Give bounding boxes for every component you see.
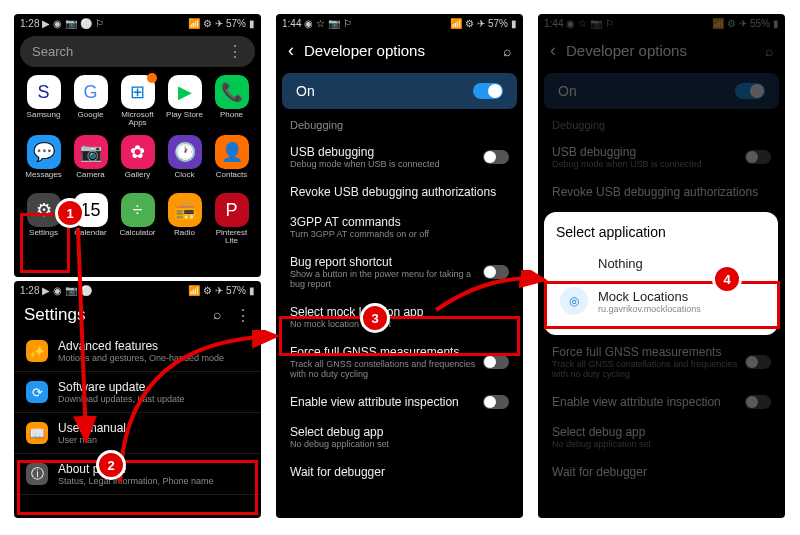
- modal-option-label: Nothing: [598, 256, 643, 271]
- app-label: Pinterest Lite: [210, 229, 253, 245]
- annotation-badge-4: 4: [712, 264, 742, 294]
- toggle[interactable]: [745, 355, 771, 369]
- on-label: On: [558, 83, 577, 99]
- toggle[interactable]: [483, 150, 509, 164]
- dev-item-title: Enable view attribute inspection: [290, 395, 483, 409]
- app-camera[interactable]: 📷Camera: [69, 135, 112, 179]
- back-icon[interactable]: ‹: [550, 40, 556, 61]
- settings-item-advanced-features[interactable]: ✨Advanced featuresMotions and gestures, …: [14, 331, 261, 372]
- status-bar: 1:44◉ ☆ 📷 ⚐ 📶 ⚙ ✈ 57%▮: [276, 14, 523, 32]
- app-phone[interactable]: 📞Phone: [210, 75, 253, 127]
- dev-item-bug-report-shortcut[interactable]: Bug report shortcutShow a button in the …: [276, 247, 523, 297]
- toggle-on[interactable]: [735, 83, 765, 99]
- app-contacts[interactable]: 👤Contacts: [210, 135, 253, 179]
- app-icon: ⊞: [121, 75, 155, 109]
- app-icon: ✿: [121, 135, 155, 169]
- more-icon[interactable]: ⋮: [227, 42, 243, 61]
- settings-item-sub: Motions and gestures, One-handed mode: [58, 353, 224, 363]
- developer-on-toggle-row[interactable]: On: [282, 73, 517, 109]
- settings-item-about-phone[interactable]: ⓘAbout phoneStatus, Legal information, P…: [14, 454, 261, 495]
- app-label: Phone: [220, 111, 243, 119]
- app-label: Clock: [174, 171, 194, 179]
- toggle[interactable]: [483, 395, 509, 409]
- app-icon: 📻: [168, 193, 202, 227]
- dev-item-enable-view-attribute-inspection[interactable]: Enable view attribute inspection: [538, 387, 785, 417]
- status-time: 1:28: [20, 285, 39, 296]
- toggle[interactable]: [745, 150, 771, 164]
- debugging-section-label: Debugging: [538, 113, 785, 137]
- search-icon[interactable]: ⌕: [765, 43, 773, 59]
- dev-item-title: Wait for debugger: [290, 465, 509, 479]
- status-icons-right: 📶 ⚙ ✈: [188, 285, 223, 296]
- dev-item-select-debug-app[interactable]: Select debug appNo debug application set: [538, 417, 785, 457]
- mock-locations-icon: ◎: [560, 287, 588, 315]
- dev-item-usb-debugging[interactable]: USB debuggingDebug mode when USB is conn…: [276, 137, 523, 177]
- settings-icon: ✨: [26, 340, 48, 362]
- screen-select-application: 1:44◉ ☆ 📷 ⚐ 📶 ⚙ ✈ 55%▮ ‹ Developer optio…: [538, 14, 785, 518]
- dev-item-revoke-usb-debugging-authorizations[interactable]: Revoke USB debugging authorizations: [538, 177, 785, 207]
- search-icon[interactable]: ⌕: [503, 43, 511, 59]
- settings-item-title: User manual: [58, 421, 126, 435]
- app-pinterest-lite[interactable]: PPinterest Lite: [210, 193, 253, 245]
- toggle[interactable]: [745, 395, 771, 409]
- dev-item-force-full-gnss-measurements[interactable]: Force full GNSS measurementsTrack all GN…: [538, 337, 785, 387]
- app-icon: G: [74, 75, 108, 109]
- status-time: 1:44: [544, 18, 563, 29]
- dev-item-title: Force full GNSS measurements: [552, 345, 745, 359]
- settings-item-title: Advanced features: [58, 339, 224, 353]
- developer-title: Developer options: [304, 42, 493, 59]
- app-label: Radio: [174, 229, 195, 237]
- app-radio[interactable]: 📻Radio: [163, 193, 206, 245]
- status-time: 1:44: [282, 18, 301, 29]
- dev-item-usb-debugging[interactable]: USB debuggingDebug mode when USB is conn…: [538, 137, 785, 177]
- dev-item-force-full-gnss-measurements[interactable]: Force full GNSS measurementsTrack all GN…: [276, 337, 523, 387]
- dev-item-sub: No debug application set: [552, 439, 771, 449]
- dev-item-3gpp-at-commands[interactable]: 3GPP AT commandsTurn 3GPP AT commands on…: [276, 207, 523, 247]
- screen-settings: 1:28▶ ◉ 📷 ⚪ 📶 ⚙ ✈ 57%▮ Settings ⌕⋮ ✨Adva…: [14, 281, 261, 518]
- app-samsung[interactable]: SSamsung: [22, 75, 65, 127]
- toggle[interactable]: [483, 355, 509, 369]
- dev-item-select-mock-location-app[interactable]: Select mock location appNo mock location…: [276, 297, 523, 337]
- status-bar: 1:28▶ ◉ 📷 ⚪ ⚐ 📶 ⚙ ✈ 57%▮: [14, 14, 261, 32]
- dev-item-sub: No debug application set: [290, 439, 509, 449]
- settings-icon: 📖: [26, 422, 48, 444]
- screen-app-drawer: 1:28▶ ◉ 📷 ⚪ ⚐ 📶 ⚙ ✈ 57%▮ Search ⋮ SSamsu…: [14, 14, 261, 277]
- settings-item-sub: Download updates, Last update: [58, 394, 185, 404]
- annotation-badge-3: 3: [360, 303, 390, 333]
- search-icon[interactable]: ⌕: [213, 306, 221, 325]
- dev-item-enable-view-attribute-inspection[interactable]: Enable view attribute inspection: [276, 387, 523, 417]
- status-icons-left: ◉ ☆ 📷 ⚐: [566, 18, 613, 29]
- app-label: Samsung: [27, 111, 61, 119]
- status-icons-left: ◉ ☆ 📷 ⚐: [304, 18, 351, 29]
- search-bar[interactable]: Search ⋮: [20, 36, 255, 67]
- dev-item-revoke-usb-debugging-authorizations[interactable]: Revoke USB debugging authorizations: [276, 177, 523, 207]
- app-label: Gallery: [125, 171, 150, 179]
- dev-item-sub: Track all GNSS constellations and freque…: [552, 359, 745, 379]
- dev-item-title: Enable view attribute inspection: [552, 395, 745, 409]
- status-icons-left: ▶ ◉ 📷 ⚪: [42, 285, 91, 296]
- dev-item-sub: Debug mode when USB is connected: [552, 159, 745, 169]
- app-label: Settings: [29, 229, 58, 237]
- apps-row-2: 💬Messages📷Camera✿Gallery🕐Clock👤Contacts: [14, 131, 261, 183]
- app-play-store[interactable]: ▶Play Store: [163, 75, 206, 127]
- settings-item-software-update[interactable]: ⟳Software updateDownload updates, Last u…: [14, 372, 261, 413]
- developer-header: ‹ Developer options ⌕: [538, 32, 785, 69]
- developer-on-toggle-row[interactable]: On: [544, 73, 779, 109]
- screen-developer-options: 1:44◉ ☆ 📷 ⚐ 📶 ⚙ ✈ 57%▮ ‹ Developer optio…: [276, 14, 523, 518]
- dev-item-wait-for-debugger[interactable]: Wait for debugger: [538, 457, 785, 487]
- back-icon[interactable]: ‹: [288, 40, 294, 61]
- settings-item-user-manual[interactable]: 📖User manualUser man: [14, 413, 261, 454]
- app-calculator[interactable]: ÷Calculator: [116, 193, 159, 245]
- app-microsoft-apps[interactable]: ⊞Microsoft Apps: [116, 75, 159, 127]
- developer-title: Developer options: [566, 42, 755, 59]
- toggle[interactable]: [483, 265, 509, 279]
- toggle-on[interactable]: [473, 83, 503, 99]
- app-google[interactable]: GGoogle: [69, 75, 112, 127]
- app-icon: S: [27, 75, 61, 109]
- more-icon[interactable]: ⋮: [235, 306, 251, 325]
- app-messages[interactable]: 💬Messages: [22, 135, 65, 179]
- app-gallery[interactable]: ✿Gallery: [116, 135, 159, 179]
- app-clock[interactable]: 🕐Clock: [163, 135, 206, 179]
- dev-item-wait-for-debugger[interactable]: Wait for debugger: [276, 457, 523, 487]
- dev-item-select-debug-app[interactable]: Select debug appNo debug application set: [276, 417, 523, 457]
